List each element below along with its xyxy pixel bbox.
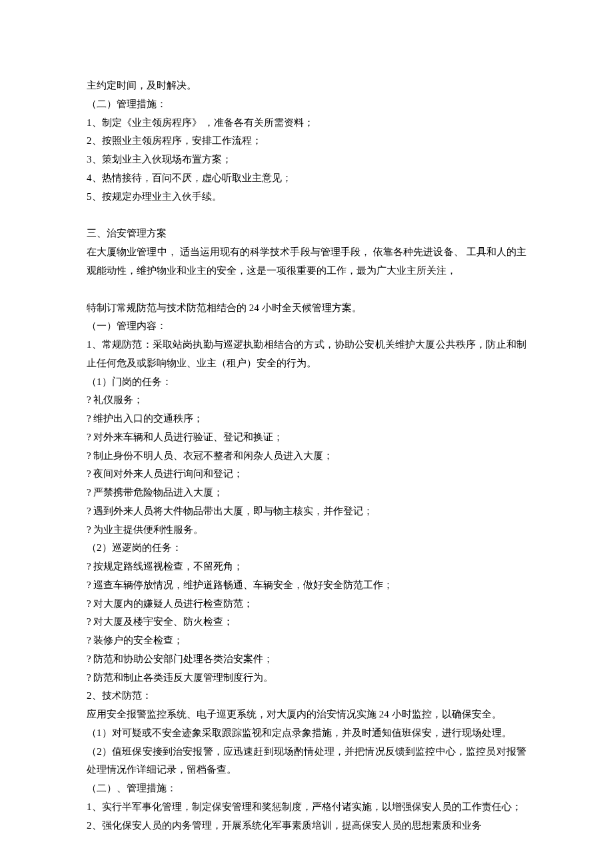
document-line: 在大厦物业管理中， 适当运用现有的科学技术手段与管理手段， 依靠各种先进设备、 … — [87, 243, 526, 280]
document-line: ? 礼仪服务； — [87, 391, 526, 410]
document-line: 特制订常规防范与技术防范相结合的 24 小时全天候管理方案。 — [87, 299, 526, 318]
document-line: （二）、管理措施： — [87, 779, 526, 798]
document-line: ? 制止身份不明人员、衣冠不整者和闲杂人员进入大厦； — [87, 447, 526, 466]
document-line: ? 按规定路线巡视检查，不留死角； — [87, 558, 526, 576]
document-line: ? 夜间对外来人员进行询问和登记； — [87, 465, 526, 484]
document-line: （2）值班保安接到治安报警，应迅速赶到现场酌情处理，并把情况反馈到监控中心，监控… — [87, 743, 526, 780]
blank-line — [87, 206, 526, 224]
document-line: ? 装修户的安全检查； — [87, 632, 526, 650]
document-line: ? 维护出入口的交通秩序； — [87, 410, 526, 428]
document-line: 2、技术防范： — [87, 687, 526, 705]
document-line: ? 防范和协助公安部门处理各类治安案件； — [87, 650, 526, 669]
document-line: （1）对可疑或不安全迹象采取跟踪监视和定点录象措施，并及时通知值班保安，进行现场… — [87, 724, 526, 743]
document-line: 1、实行半军事化管理，制定保安管理和奖惩制度，严格付诸实施，以增强保安人员的工作… — [87, 798, 526, 817]
document-line: ? 巡查车辆停放情况，维护道路畅通、车辆安全，做好安全防范工作； — [87, 576, 526, 595]
document-line: （二）管理措施： — [87, 95, 526, 114]
document-line: ? 对大厦及楼宇安全、防火检查； — [87, 613, 526, 632]
document-line: ? 严禁携带危险物品进入大厦； — [87, 484, 526, 502]
document-line: 1、常规防范：采取站岗执勤与巡逻执勤相结合的方式，协助公安机关维护大厦公共秩序，… — [87, 336, 526, 373]
document-line: 2、强化保安人员的内务管理，开展系统化军事素质培训，提高保安人员的思想素质和业务 — [87, 817, 526, 835]
document-line: （一）管理内容： — [87, 317, 526, 336]
document-line: （2）巡逻岗的任务： — [87, 539, 526, 558]
document-line: ? 对大厦内的嫌疑人员进行检查防范； — [87, 595, 526, 614]
document-line: 3、策划业主入伙现场布置方案； — [87, 151, 526, 169]
document-line: 1、制定《业主领房程序》 ，准备各有关所需资料； — [87, 114, 526, 133]
document-line: ? 防范和制止各类违反大厦管理制度行为。 — [87, 669, 526, 687]
document-line: ? 对外来车辆和人员进行验证、登记和换证； — [87, 428, 526, 447]
blank-line — [87, 280, 526, 299]
document-line: ? 为业主提供便利性服务。 — [87, 521, 526, 540]
document-line: 5、按规定办理业主入伙手续。 — [87, 188, 526, 207]
document-line: 应用安全报警监控系统、电子巡更系统，对大厦内的治安情况实施 24 小时监控，以确… — [87, 705, 526, 724]
document-line: 4、热情接待，百问不厌，虚心听取业主意见； — [87, 169, 526, 188]
document-line: 主约定时间，及时解决。 — [87, 77, 526, 95]
document-line: （1）门岗的任务： — [87, 373, 526, 392]
document-line: 三、治安管理方案 — [87, 224, 526, 243]
document-line: 2、按照业主领房程序，安排工作流程； — [87, 132, 526, 151]
document-line: ? 遇到外来人员将大件物品带出大厦，即与物主核实，并作登记； — [87, 502, 526, 521]
